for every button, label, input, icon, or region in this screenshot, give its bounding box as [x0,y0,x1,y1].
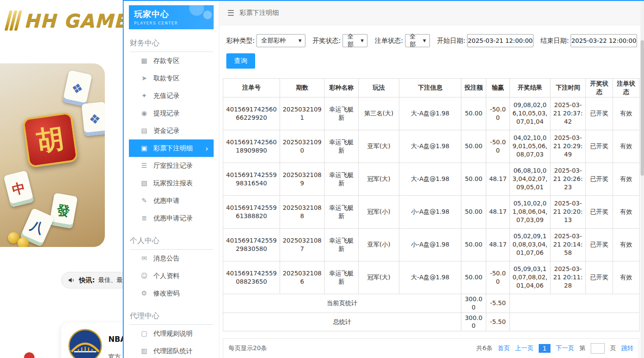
draw-status-select[interactable]: 全部 ▼ [343,34,367,47]
cell-win_loss: -50.00 [486,261,510,294]
sidebar-item-recharge-records[interactable]: ✦充值记录 [129,87,214,104]
total-count-text: 共6条 [476,344,492,352]
col-win_loss: 输赢 [486,79,510,97]
lottery-type-select[interactable]: 全部彩种 ▼ [256,34,305,47]
cell-draw_status: 已开奖 [586,97,613,130]
sidebar-item-deposit-zone[interactable]: ▦存款专区 [129,52,214,70]
cell-bet_info: 大-A盘@1.98 [399,130,461,163]
cell-result: 06,08,10,03,04,02,07,09,05,01 [510,163,551,195]
cell-amount: 50.00 [461,163,486,195]
cell-amount: 50.00 [461,228,486,261]
sidebar-item-label: 厅室投注记录 [153,162,193,170]
sidebar-item-label: 消息公告 [153,254,180,263]
table-row: 40156917425596138882020250321088幸运飞艇新冠军(… [223,195,640,228]
cell-lottery: 幸运飞艇新 [325,261,359,294]
end-date-input[interactable] [571,34,637,47]
cell-draw_status: 已开奖 [586,163,613,195]
promo-apply-icon: ✎ [140,197,148,205]
prev-page-link[interactable]: 上一页 [515,344,533,352]
cell-bet_info: 小-A盘@1.98 [399,195,461,228]
search-button[interactable]: 查询 [226,53,255,69]
summary-label: 总统计 [223,313,461,331]
table-row: 40156917425592983058020250321087幸运飞艇新亚军(… [223,228,640,261]
first-page-link[interactable]: 首页 [498,344,510,352]
sidebar-item-label: 优惠申请 [153,197,180,205]
cell-issue: 20250321090 [280,130,325,163]
start-date-input[interactable] [467,34,533,47]
cell-lottery: 幸运飞艇新 [325,195,359,228]
cell-amount: 50.00 [461,130,486,163]
sidebar-item-player-bet-reports[interactable]: ▧玩家投注报表 [129,174,214,192]
cell-bet_time: 2025-03-21 20:20:13 [551,195,586,228]
hamburger-icon[interactable]: ☰ [227,8,234,17]
cell-play: 亚军(小) [359,228,399,261]
funds-record-icon: ▤ [140,127,148,135]
summary-row: 总统计300.00-5.50 [223,313,640,331]
sidebar-item-lottery-bet-details[interactable]: ▣彩票下注明细› [129,139,214,157]
cell-bet_id: 401569174256066229920 [223,97,280,130]
partial-logo [24,352,35,358]
sidebar-section-title: 财务中心 [130,38,213,52]
cell-bet_status: 有效 [613,261,640,294]
player-center-subtitle: PLAYERS CENTER [134,21,208,25]
col-play: 玩法 [359,79,399,97]
cell-bet_status: 有效 [613,97,640,130]
cell-play: 冠军(大) [359,261,399,294]
dropdown-caret-icon: ▼ [423,38,426,43]
table-row: 40156917425590882365020250321086幸运飞艇新冠军(… [223,261,640,294]
cell-issue: 20250321087 [280,228,325,261]
change-password-icon: ⚙ [140,289,148,297]
sidebar-item-label: 取款专区 [153,74,180,83]
page-jump-input[interactable] [591,343,605,354]
content-topbar: ☰ 彩票下注明细 [219,1,641,25]
sidebar-item-promo-apply[interactable]: ✎优惠申请 [129,192,214,209]
sidebar-item-funds-records[interactable]: ▤资金记录 [129,122,214,139]
cell-draw_status: 已开奖 [586,130,613,163]
cell-lottery: 幸运飞艇新 [325,97,359,130]
content-card: 彩种类型: 全部彩种 ▼ 开奖状态: 全部 ▼ 注单状态: 全部 ▼ 开始日期: [219,25,641,358]
dropdown-caret-icon: ▼ [361,38,364,43]
summary-win-loss: -5.50 [486,294,510,313]
table-row: 40156917425606622992020250321091幸运飞艇新第三名… [223,97,640,130]
sidebar-item-change-password[interactable]: ⚙修改密码 [129,285,214,302]
cell-draw_status: 已开奖 [586,228,613,261]
col-bet_time: 下注时间 [551,79,586,97]
players-center-modal: 玩家中心 PLAYERS CENTER 财务中心▦存款专区➤取款专区✦充值记录◉… [123,0,644,358]
table-header-row: 注单号期数彩种名称玩法下注信息投注额输赢开奖结果下注时间开奖状态注单状态 [223,79,640,97]
col-amount: 投注额 [461,79,486,97]
summary-empty [510,313,640,331]
chevron-right-icon: › [205,144,214,153]
cell-play: 亚军(大) [359,130,399,163]
cell-draw_status: 已开奖 [586,195,613,228]
col-lottery: 彩种名称 [325,79,359,97]
col-bet_info: 下注信息 [399,79,461,97]
col-result: 开奖结果 [510,79,551,97]
cell-bet_status: 有效 [613,163,640,195]
jump-suffix-text: 页 [610,344,616,352]
bet-status-select[interactable]: 全部 ▼ [405,34,430,47]
sidebar-section-title: 代理中心 [130,311,213,325]
cell-amount: 50.00 [461,261,486,294]
pagination-bar: 每页显示20条 共6条 首页 上一页 1 下一页 第 页 跳转 [223,338,639,358]
next-page-link[interactable]: 下一页 [556,344,574,352]
sidebar-item-hall-bet-records[interactable]: ☰厅室投注记录 [129,157,214,174]
mahjong-tile: 中 [3,170,34,208]
sidebar-item-label: 优惠申请记录 [153,214,193,222]
sidebar-item-announcements[interactable]: ✉消息公告 [129,250,214,267]
cell-bet_status: 有效 [613,130,640,163]
sidebar: 玩家中心 PLAYERS CENTER 财务中心▦存款专区➤取款专区✦充值记录◉… [124,1,219,358]
jump-button[interactable]: 跳转 [621,344,634,352]
sidebar-item-agent-team-stats[interactable]: ▥代理团队统计 [129,342,214,358]
sidebar-item-profile[interactable]: ☺个人资料 [129,267,214,285]
agent-rules-icon: ▢ [140,330,148,337]
cell-lottery: 幸运飞艇新 [325,163,359,195]
sidebar-item-agent-rules[interactable]: ▢代理规则说明 [129,325,214,342]
scrollbar-thumb[interactable] [641,40,644,176]
sidebar-item-withdraw-zone[interactable]: ➤取款专区 [129,70,214,87]
scrollbar[interactable] [641,1,644,358]
sidebar-item-promo-apply-records[interactable]: ≣优惠申请记录 [129,209,214,227]
sidebar-item-withdrawal-records[interactable]: ◉提现记录 [129,104,214,122]
page-title: 彩票下注明细 [239,9,279,17]
summary-empty [510,294,640,313]
sidebar-item-label: 彩票下注明细 [153,144,193,153]
